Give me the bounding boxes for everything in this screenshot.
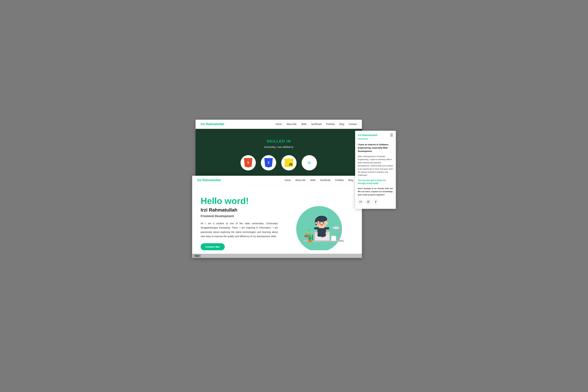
about-brand: Irzi Rahmatullah (358, 134, 378, 136)
contact-button[interactable]: Contact Me! (201, 243, 225, 250)
front-navbar: Irzi Rahmatullah Home About Me Skills Se… (192, 176, 362, 185)
back-nav: Home About Me Skills Sertificate Portfol… (272, 122, 357, 126)
taskbar: Start (192, 254, 362, 258)
svg-rect-11 (313, 241, 331, 242)
svg-rect-12 (331, 236, 336, 241)
svg-rect-37 (310, 237, 312, 238)
svg-point-33 (325, 232, 329, 234)
tailwind-icon: ≈ (305, 158, 314, 167)
svg-rect-4 (305, 234, 310, 235)
html5-icon: 5 (244, 158, 252, 168)
svg-point-15 (333, 226, 340, 229)
svg-point-24 (320, 222, 320, 222)
about-detail: With a background in Computer Engineerin… (358, 155, 393, 177)
svg-point-42 (368, 201, 369, 202)
svg-rect-5 (312, 234, 313, 240)
front-nav-skills[interactable]: Skills (310, 179, 316, 182)
skill-html5: 5 (241, 155, 256, 170)
front-nav-home[interactable]: Home (284, 179, 291, 182)
email-social-icon[interactable] (358, 199, 364, 205)
window-front: Irzi Rahmatullah Home About Me Skills Se… (192, 176, 362, 258)
front-nav-about[interactable]: About Me (295, 179, 306, 182)
javascript-icon: JS (285, 158, 293, 167)
facebook-social-icon[interactable] (373, 199, 379, 205)
hero-content: Hello word! Irzi Rahmatullah Frontend De… (201, 196, 278, 250)
svg-point-26 (318, 223, 320, 225)
css3-icon: 3 (264, 158, 273, 168)
front-nav: Home About Me Skills Sertificate Portfol… (281, 178, 357, 182)
svg-rect-38 (308, 240, 312, 242)
svg-point-35 (309, 235, 311, 237)
nav-skills[interactable]: Skills (301, 123, 307, 126)
svg-point-29 (326, 222, 328, 224)
svg-point-27 (324, 223, 326, 225)
hamburger-menu-icon[interactable]: ☰ (390, 133, 393, 137)
window-back: Irzi Rahmatullah Home About Me Skills Se… (196, 120, 362, 181)
about-card: Irzi Rahmatullah ☰ I have an interest in… (355, 131, 396, 209)
hero-image-area: 🍎 (278, 196, 355, 250)
nav-sertificate[interactable]: Sertificate (311, 123, 322, 126)
front-nav-blog[interactable]: Blog (348, 179, 353, 182)
about-social-cta: You can also get to know me through soci… (358, 179, 393, 185)
back-navbar: Irzi Rahmatullah Home About Me Skills Se… (196, 120, 362, 129)
svg-text:+: + (308, 227, 310, 232)
front-brand: Irzi Rahmatullah (197, 178, 221, 182)
screenshots-container: Irzi Rahmatullah Home About Me Skills Se… (192, 120, 396, 272)
svg-point-25 (323, 222, 324, 222)
developer-illustration: 🍎 (289, 196, 344, 250)
svg-rect-41 (367, 201, 369, 203)
nav-portfolio[interactable]: Portfolio (326, 123, 335, 126)
about-card-body: I have an interest in Software Engineeri… (355, 142, 396, 209)
about-intro: I have an interest in Software Engineeri… (358, 143, 393, 153)
front-nav-sertificate[interactable]: Sertificate (320, 179, 331, 182)
hero-description: Hi! I am a student at one of the state u… (201, 222, 278, 238)
front-nav-portfolio[interactable]: Portfolio (335, 179, 344, 182)
svg-rect-13 (339, 228, 340, 240)
skills-section: SKILLED IN Currently, I am skilled in 5 … (196, 129, 362, 181)
svg-rect-31 (326, 227, 329, 229)
hero-greeting: Hello word! (201, 196, 278, 206)
nav-contact[interactable]: Contact (349, 123, 357, 126)
hero-role: Frontend Development (201, 214, 278, 218)
nav-blog[interactable]: Blog (339, 123, 344, 126)
nav-home[interactable]: Home (275, 123, 282, 126)
skills-subtitle: Currently, I am skilled in (201, 146, 357, 148)
svg-rect-20 (316, 219, 327, 220)
svg-point-28 (315, 222, 317, 224)
hero-name: Irzi Rahmatullah (201, 207, 278, 213)
back-brand: Irzi Rahmatullah (201, 122, 224, 126)
skill-js: JS (281, 155, 297, 170)
skills-icons-row: 5 3 JS ≈ (201, 155, 357, 170)
svg-point-32 (315, 232, 318, 234)
svg-rect-30 (314, 227, 318, 229)
about-card-header: Irzi Rahmatullah ☰ (355, 131, 396, 139)
nav-about[interactable]: About Me (286, 123, 297, 126)
svg-rect-36 (308, 238, 310, 239)
skill-tailwind: ≈ (302, 155, 317, 170)
start-button[interactable]: Start (193, 254, 201, 257)
skills-title: SKILLED IN (201, 139, 357, 144)
about-nav-indicator (358, 139, 368, 139)
social-icons-row (358, 199, 393, 205)
hero-section: Hello word! Irzi Rahmatullah Frontend De… (192, 185, 362, 258)
instagram-social-icon[interactable] (365, 199, 371, 205)
about-friend-msg: Don't hesitate to be friends with me! We… (358, 187, 393, 196)
skill-css3: 3 (261, 155, 276, 170)
